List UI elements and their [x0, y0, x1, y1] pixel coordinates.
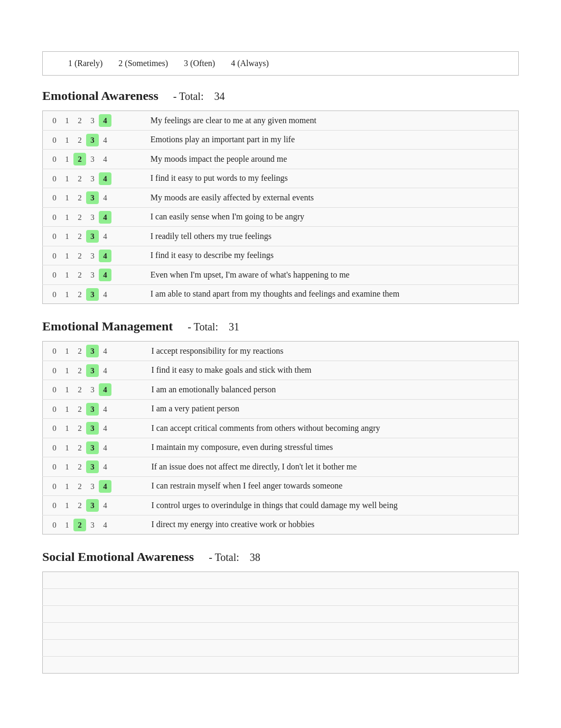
score-item-2[interactable]: 2: [73, 134, 86, 146]
score-item-0[interactable]: 0: [48, 480, 61, 493]
score-item-0[interactable]: 0: [48, 230, 61, 243]
score-item-3[interactable]: 3: [86, 460, 99, 473]
score-item-2[interactable]: 2: [73, 230, 86, 243]
score-item-1[interactable]: 1: [61, 172, 73, 185]
score-item-2[interactable]: 2: [73, 211, 86, 224]
score-item-1[interactable]: 1: [61, 422, 73, 435]
score-item-4[interactable]: 4: [99, 288, 111, 301]
score-item-1[interactable]: 1: [61, 153, 73, 165]
score-item-3[interactable]: 3: [86, 269, 99, 281]
score-item-4[interactable]: 4: [99, 519, 111, 531]
score-item-1[interactable]: 1: [61, 230, 73, 243]
score-item-0[interactable]: 0: [48, 364, 61, 377]
score-item-1[interactable]: 1: [61, 364, 73, 377]
score-item-0[interactable]: 0: [48, 383, 61, 396]
score-item-4[interactable]: 4: [99, 114, 111, 127]
score-item-1[interactable]: 1: [61, 250, 73, 262]
score-item-2[interactable]: 2: [73, 114, 86, 127]
score-item-4[interactable]: 4: [99, 191, 111, 204]
score-item-3[interactable]: 3: [86, 441, 99, 454]
score-item-4[interactable]: 4: [99, 499, 111, 512]
score-item-2[interactable]: 2: [73, 345, 86, 357]
score-item-0[interactable]: 0: [48, 114, 61, 127]
score-item-3[interactable]: 3: [86, 403, 99, 416]
score-item-1[interactable]: 1: [61, 499, 73, 512]
score-item-1[interactable]: 1: [61, 288, 73, 301]
score-item-2[interactable]: 2: [73, 441, 86, 454]
score-item-3[interactable]: 3: [86, 364, 99, 377]
score-item-3[interactable]: 3: [86, 499, 99, 512]
score-item-3[interactable]: 3: [86, 153, 99, 165]
score-item-3[interactable]: 3: [86, 191, 99, 204]
score-item-0[interactable]: 0: [48, 134, 61, 146]
score-item-4[interactable]: 4: [99, 441, 111, 454]
score-item-1[interactable]: 1: [61, 211, 73, 224]
score-item-2[interactable]: 2: [73, 480, 86, 493]
score-item-2[interactable]: 2: [73, 172, 86, 185]
score-item-4[interactable]: 4: [99, 364, 111, 377]
score-item-3[interactable]: 3: [86, 288, 99, 301]
score-item-3[interactable]: 3: [86, 172, 99, 185]
score-item-0[interactable]: 0: [48, 191, 61, 204]
score-item-2[interactable]: 2: [73, 383, 86, 396]
score-item-0[interactable]: 0: [48, 422, 61, 435]
score-item-4[interactable]: 4: [99, 460, 111, 473]
score-item-2[interactable]: 2: [73, 153, 86, 165]
score-item-2[interactable]: 2: [73, 364, 86, 377]
score-item-4[interactable]: 4: [99, 172, 111, 185]
score-item-0[interactable]: 0: [48, 519, 61, 531]
score-item-0[interactable]: 0: [48, 345, 61, 357]
score-item-3[interactable]: 3: [86, 211, 99, 224]
score-item-0[interactable]: 0: [48, 153, 61, 165]
score-item-3[interactable]: 3: [86, 134, 99, 146]
score-item-2[interactable]: 2: [73, 191, 86, 204]
score-item-3[interactable]: 3: [86, 345, 99, 357]
score-item-2[interactable]: 2: [73, 403, 86, 416]
score-item-0[interactable]: 0: [48, 269, 61, 281]
score-item-4[interactable]: 4: [99, 403, 111, 416]
score-item-1[interactable]: 1: [61, 269, 73, 281]
score-item-4[interactable]: 4: [99, 230, 111, 243]
score-item-4[interactable]: 4: [99, 345, 111, 357]
score-item-1[interactable]: 1: [61, 403, 73, 416]
score-item-4[interactable]: 4: [99, 269, 111, 281]
score-item-1[interactable]: 1: [61, 345, 73, 357]
score-item-2[interactable]: 2: [73, 288, 86, 301]
score-item-0[interactable]: 0: [48, 172, 61, 185]
score-item-1[interactable]: 1: [61, 191, 73, 204]
score-item-2[interactable]: 2: [73, 460, 86, 473]
score-item-4[interactable]: 4: [99, 153, 111, 165]
score-item-0[interactable]: 0: [48, 211, 61, 224]
score-item-1[interactable]: 1: [61, 134, 73, 146]
score-item-0[interactable]: 0: [48, 441, 61, 454]
score-item-0[interactable]: 0: [48, 250, 61, 262]
score-item-3[interactable]: 3: [86, 422, 99, 435]
score-item-3[interactable]: 3: [86, 250, 99, 262]
score-item-4[interactable]: 4: [99, 422, 111, 435]
score-item-2[interactable]: 2: [73, 422, 86, 435]
score-item-2[interactable]: 2: [73, 250, 86, 262]
score-item-2[interactable]: 2: [73, 269, 86, 281]
score-item-1[interactable]: 1: [61, 480, 73, 493]
score-item-0[interactable]: 0: [48, 499, 61, 512]
score-item-4[interactable]: 4: [99, 480, 111, 493]
score-item-3[interactable]: 3: [86, 480, 99, 493]
score-item-4[interactable]: 4: [99, 134, 111, 146]
score-item-3[interactable]: 3: [86, 114, 99, 127]
score-item-1[interactable]: 1: [61, 441, 73, 454]
score-item-0[interactable]: 0: [48, 460, 61, 473]
score-item-1[interactable]: 1: [61, 519, 73, 531]
score-item-4[interactable]: 4: [99, 211, 111, 224]
score-item-4[interactable]: 4: [99, 250, 111, 262]
score-item-3[interactable]: 3: [86, 383, 99, 396]
score-item-2[interactable]: 2: [73, 499, 86, 512]
score-item-0[interactable]: 0: [48, 403, 61, 416]
score-item-4[interactable]: 4: [99, 383, 111, 396]
score-item-1[interactable]: 1: [61, 460, 73, 473]
score-item-2[interactable]: 2: [73, 519, 86, 531]
score-item-0[interactable]: 0: [48, 288, 61, 301]
score-item-1[interactable]: 1: [61, 383, 73, 396]
score-item-3[interactable]: 3: [86, 230, 99, 243]
score-item-3[interactable]: 3: [86, 519, 99, 531]
score-item-1[interactable]: 1: [61, 114, 73, 127]
